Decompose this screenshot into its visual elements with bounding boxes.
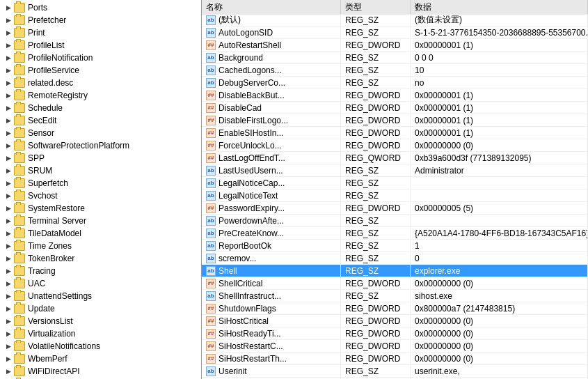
tree-item-prefetcher[interactable]: ▶Prefetcher	[0, 14, 201, 26]
tree-item-label: RemoteRegistry	[28, 91, 88, 100]
tree-item-versionslist[interactable]: ▶VersionsList	[0, 315, 201, 327]
tree-expander[interactable]: ▶	[3, 90, 14, 101]
table-row[interactable]: ##DisableFirstLogo...REG_DWORD0x00000001…	[202, 114, 588, 127]
tree-expander[interactable]: ▶	[3, 153, 14, 164]
table-row[interactable]: ##SiHostRestartC...REG_DWORD0x00000000 (…	[202, 340, 588, 353]
registry-tree[interactable]: ▶Ports▶Prefetcher▶Print▶ProfileList▶Prof…	[0, 0, 201, 379]
table-row[interactable]: abCachedLogons...REG_SZ10	[202, 64, 588, 77]
tree-expander[interactable]: ▶	[3, 265, 14, 277]
tree-expander[interactable]: ▶	[3, 190, 14, 201]
tree-expander[interactable]: ▶	[3, 115, 14, 126]
tree-item-profilelist[interactable]: ▶ProfileList	[0, 39, 201, 52]
table-body[interactable]: ab(默认)REG_SZ(数值未设置)abAutoLogonSIDREG_SZS…	[202, 14, 588, 379]
table-row[interactable]: ##DisableCadREG_DWORD0x00000001 (1)	[202, 102, 588, 114]
cell-name: abShell	[202, 265, 341, 277]
tree-item-spp[interactable]: ▶SPP	[0, 152, 201, 164]
tree-item-secedit[interactable]: ▶SecEdit	[0, 114, 201, 127]
tree-item-related-desc[interactable]: ▶related.desc	[0, 77, 201, 89]
tree-item-schedule[interactable]: ▶Schedule	[0, 102, 201, 114]
tree-expander[interactable]: ▶	[3, 15, 14, 26]
tree-expander[interactable]: ▶	[3, 240, 14, 252]
tree-item-terminalserver[interactable]: ▶Terminal Server	[0, 215, 201, 227]
table-row[interactable]: ##ShellCriticalREG_DWORD0x00000000 (0)	[202, 277, 588, 290]
tree-item-tiledatamodel[interactable]: ▶TileDataModel	[0, 227, 201, 240]
tree-expander[interactable]: ▶	[3, 291, 14, 302]
tree-expander[interactable]: ▶	[3, 303, 14, 314]
tree-item-wifidirectapi[interactable]: ▶WiFiDirectAPI	[0, 365, 201, 378]
table-row[interactable]: abscremov...REG_SZ0	[202, 252, 588, 265]
tree-expander[interactable]: ▶	[3, 165, 14, 176]
table-row[interactable]: ##DisableBackBut...REG_DWORD0x00000001 (…	[202, 89, 588, 102]
tree-expander[interactable]: ▶	[3, 341, 14, 352]
tree-item-print[interactable]: ▶Print	[0, 26, 201, 39]
table-row[interactable]: abLegalNoticeCap...REG_SZ	[202, 177, 588, 190]
tree-expander[interactable]: ▶	[3, 278, 14, 289]
table-row[interactable]: abShellInfrastruct...REG_SZsihost.exe	[202, 290, 588, 302]
tree-expander[interactable]: ▶	[3, 2, 14, 13]
tree-expander[interactable]: ▶	[3, 328, 14, 339]
reg-name: Userinit	[218, 366, 247, 376]
tree-item-systemrestore[interactable]: ▶SystemRestore	[0, 202, 201, 215]
tree-expander[interactable]: ▶	[3, 178, 14, 189]
tree-expander[interactable]: ▶	[3, 127, 14, 139]
table-row[interactable]: abUserinitREG_SZuserinit.exe,	[202, 365, 588, 378]
tree-expander[interactable]: ▶	[3, 203, 14, 214]
table-row[interactable]: ##SiHostRestartTh...REG_DWORD0x00000000 …	[202, 353, 588, 365]
table-row[interactable]: abPreCreateKnow...REG_SZ{A520A1A4-1780-4…	[202, 227, 588, 240]
table-row[interactable]: abLegalNoticeTextREG_SZ	[202, 190, 588, 202]
tree-item-profilenotification[interactable]: ▶ProfileNotification	[0, 52, 201, 64]
tree-item-remoteregistry[interactable]: ▶RemoteRegistry	[0, 89, 201, 102]
tree-item-ports[interactable]: ▶Ports	[0, 1, 201, 14]
tree-expander[interactable]: ▶	[3, 353, 14, 364]
table-row[interactable]: ##SiHostCriticalREG_DWORD0x00000000 (0)	[202, 315, 588, 327]
table-row[interactable]: abPowerdownAfte...REG_SZ	[202, 215, 588, 227]
tree-item-superfetch[interactable]: ▶Superfetch	[0, 177, 201, 190]
tree-item-softwareprotectionplatform[interactable]: ▶SoftwareProtectionPlatform	[0, 139, 201, 152]
tree-item-tracing[interactable]: ▶Tracing	[0, 265, 201, 277]
table-row[interactable]: ##ForceUnlockLo...REG_DWORD0x00000000 (0…	[202, 139, 588, 152]
tree-expander[interactable]: ▶	[3, 65, 14, 76]
tree-expander[interactable]: ▶	[3, 102, 14, 114]
table-row[interactable]: abLastUsedUsern...REG_SZAdministrator	[202, 164, 588, 177]
reg-sz-icon: ab	[206, 291, 216, 301]
table-row[interactable]: ##SiHostReadyTi...REG_DWORD0x00000000 (0…	[202, 327, 588, 340]
table-row[interactable]: ##PasswordExpiry...REG_DWORD0x00000005 (…	[202, 202, 588, 215]
tree-item-virtualization[interactable]: ▶Virtualization	[0, 327, 201, 340]
tree-expander[interactable]: ▶	[3, 52, 14, 63]
tree-expander[interactable]: ▶	[3, 140, 14, 151]
table-row[interactable]: ##ShutdownFlagsREG_DWORD0x800000a7 (2147…	[202, 302, 588, 315]
tree-item-profileservice[interactable]: ▶ProfileService	[0, 64, 201, 77]
table-row[interactable]: ##EnableSIHostIn...REG_DWORD0x00000001 (…	[202, 127, 588, 139]
table-row[interactable]: abAutoLogonSIDREG_SZS-1-5-21-3776154350-…	[202, 26, 588, 39]
table-row[interactable]: abDebugServerCo...REG_SZno	[202, 77, 588, 89]
tree-item-sensor[interactable]: ▶Sensor	[0, 127, 201, 139]
table-row[interactable]: abReportBootOkREG_SZ1	[202, 240, 588, 252]
tree-item-update[interactable]: ▶Update	[0, 302, 201, 315]
cell-type: REG_SZ	[341, 365, 411, 377]
tree-item-label: Print	[28, 28, 45, 38]
tree-expander[interactable]: ▶	[3, 40, 14, 51]
tree-item-timezones[interactable]: ▶Time Zones	[0, 240, 201, 252]
table-row[interactable]: ab(默认)REG_SZ(数值未设置)	[202, 14, 588, 26]
tree-item-label: related.desc	[28, 78, 73, 88]
table-row[interactable]: ##LastLogOffEndT...REG_QWORD0xb39a600d3f…	[202, 152, 588, 164]
tree-expander[interactable]: ▶	[3, 228, 14, 239]
table-row[interactable]: abBackgroundREG_SZ0 0 0	[202, 52, 588, 64]
tree-expander[interactable]: ▶	[3, 366, 14, 377]
tree-expander[interactable]: ▶	[3, 27, 14, 38]
tree-item-volatilenotifications[interactable]: ▶VolatileNotifications	[0, 340, 201, 353]
tree-expander[interactable]: ▶	[3, 215, 14, 226]
tree-expander[interactable]: ▶	[3, 77, 14, 88]
table-row[interactable]: abShellREG_SZexplorer.exe	[202, 265, 588, 277]
tree-item-tokenbroker[interactable]: ▶TokenBroker	[0, 252, 201, 265]
tree-item-unattendsettings[interactable]: ▶UnattendSettings	[0, 290, 201, 302]
table-row[interactable]: ##AutoRestartShellREG_DWORD0x00000001 (1…	[202, 39, 588, 52]
tree-item-srum[interactable]: ▶SRUM	[0, 164, 201, 177]
tree-expander[interactable]: ▶	[3, 253, 14, 264]
reg-sz-icon: ab	[206, 254, 216, 263]
tree-expander[interactable]: ▶	[3, 316, 14, 327]
tree-item-uac[interactable]: ▶UAC	[0, 277, 201, 290]
tree-item-svchost[interactable]: ▶Svchost	[0, 190, 201, 202]
tree-item-wbemperf[interactable]: ▶WbemPerf	[0, 353, 201, 365]
reg-sz-icon: ab	[206, 78, 216, 88]
